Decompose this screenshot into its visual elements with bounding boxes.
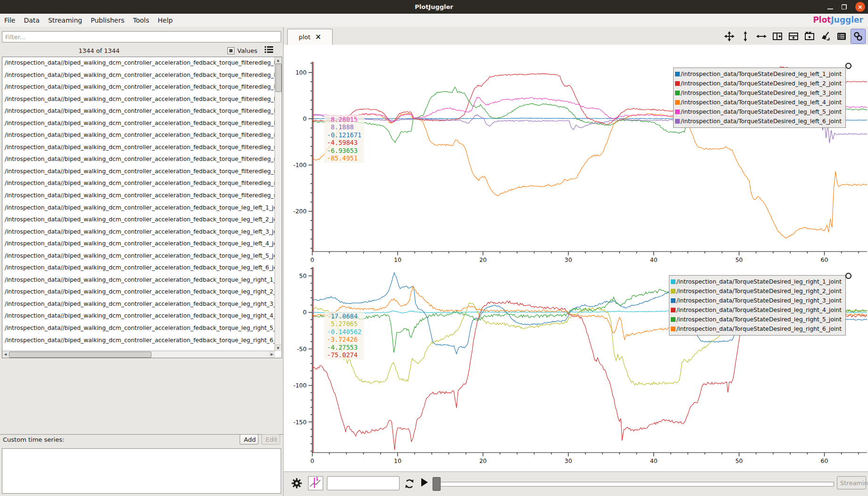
timeseries-item[interactable]: /introspection_data//biped_walking_dcm_c… bbox=[2, 238, 282, 250]
legend-label: /introspection_data/TorqueStateDesired_l… bbox=[676, 278, 842, 285]
svg-text:60: 60 bbox=[821, 457, 828, 464]
values-checkbox[interactable]: Values bbox=[227, 47, 257, 54]
add-column-icon[interactable] bbox=[770, 29, 785, 43]
time-slider-track[interactable] bbox=[434, 482, 834, 487]
legend-item[interactable]: /introspection_data/TorqueStateDesired_l… bbox=[671, 324, 842, 334]
refresh-icon[interactable] bbox=[403, 477, 416, 491]
timeseries-item[interactable]: /introspection_data//biped_walking_dcm_c… bbox=[2, 298, 282, 311]
add-tab-icon[interactable] bbox=[802, 29, 817, 43]
pan-zoom-icon[interactable] bbox=[722, 29, 736, 43]
legend-item[interactable]: /introspection_data/TorqueStateDesired_l… bbox=[671, 305, 842, 315]
settings-gear-icon[interactable] bbox=[290, 477, 303, 492]
timeseries-item[interactable]: /introspection_data//biped_walking_dcm_c… bbox=[2, 166, 282, 178]
scroll-up-icon[interactable]: ▲ bbox=[275, 57, 281, 64]
svg-text:0: 0 bbox=[303, 115, 307, 122]
clear-broom-icon[interactable] bbox=[818, 29, 833, 43]
tracker-values: 17.0684 5.27065-0.140562-3.72426-4.27553… bbox=[324, 311, 364, 360]
legend-item[interactable]: /introspection_data/TorqueStateDesired_l… bbox=[675, 117, 842, 126]
timeseries-item[interactable]: /introspection_data//biped_walking_dcm_c… bbox=[2, 190, 282, 202]
plot-legend: /introspection_data/TorqueStateDesired_l… bbox=[669, 275, 846, 336]
svg-text:-100: -100 bbox=[293, 161, 307, 168]
scroll-right-icon[interactable]: ▶ bbox=[269, 351, 275, 357]
tabbar: plot × bbox=[284, 27, 868, 45]
timeseries-item[interactable]: /introspection_data//biped_walking_dcm_c… bbox=[2, 310, 282, 322]
scroll-down-icon[interactable]: ▼ bbox=[275, 345, 281, 351]
legend-item[interactable]: /introspection_data/TorqueStateDesired_l… bbox=[671, 296, 842, 305]
timeseries-item[interactable]: /introspection_data//biped_walking_dcm_c… bbox=[2, 105, 282, 118]
horizontal-scrollbar[interactable]: ◀ ▶ bbox=[2, 351, 275, 358]
tab-plot[interactable]: plot × bbox=[287, 29, 333, 45]
plotjuggler-logo: PlotJuggler bbox=[813, 15, 863, 25]
sidebar: 1344 of 1344 Values /introspection_data/… bbox=[0, 27, 284, 496]
legend-label: /introspection_data/TorqueStateDesired_l… bbox=[681, 80, 842, 87]
timeseries-item[interactable]: /introspection_data//biped_walking_dcm_c… bbox=[2, 118, 282, 130]
legend-item[interactable]: /introspection_data/TorqueStateDesired_l… bbox=[671, 286, 842, 296]
timeseries-item[interactable]: /introspection_data//biped_walking_dcm_c… bbox=[2, 81, 282, 93]
tracker-value: -85.4951 bbox=[327, 154, 361, 162]
play-icon[interactable] bbox=[421, 478, 428, 487]
legend-item[interactable]: /introspection_data/TorqueStateDesired_l… bbox=[675, 107, 842, 117]
legend-item[interactable]: /introspection_data/TorqueStateDesired_l… bbox=[675, 69, 842, 79]
legend-anchor-dot[interactable] bbox=[845, 63, 851, 69]
plot-top: 1000-100-2000102030405060/introspection_… bbox=[284, 45, 868, 264]
legend-item[interactable]: /introspection_data/TorqueStateDesired_l… bbox=[671, 277, 842, 286]
vscroll-thumb[interactable] bbox=[275, 64, 282, 92]
timeseries-item[interactable]: /introspection_data//biped_walking_dcm_c… bbox=[2, 274, 282, 286]
timeseries-item[interactable]: /introspection_data//biped_walking_dcm_c… bbox=[2, 69, 282, 82]
vertical-scrollbar[interactable]: ▲ ▼ bbox=[275, 57, 282, 351]
legend-anchor-dot[interactable] bbox=[845, 273, 851, 279]
timeseries-item[interactable]: /introspection_data//biped_walking_dcm_c… bbox=[2, 93, 282, 106]
maximize-icon[interactable] bbox=[842, 4, 847, 9]
svg-text:20: 20 bbox=[479, 256, 487, 263]
timeseries-item[interactable]: /introspection_data//biped_walking_dcm_c… bbox=[2, 57, 282, 69]
legend-item[interactable]: /introspection_data/TorqueStateDesired_l… bbox=[675, 88, 842, 98]
timeseries-item[interactable]: /introspection_data//biped_walking_dcm_c… bbox=[2, 177, 282, 190]
timeseries-item[interactable]: /introspection_data//biped_walking_dcm_c… bbox=[2, 226, 282, 238]
menu-file[interactable]: File bbox=[0, 15, 19, 26]
zoom-vertical-icon[interactable] bbox=[738, 29, 752, 43]
timeseries-item[interactable]: /introspection_data//biped_walking_dcm_c… bbox=[2, 335, 282, 347]
legend-label: /introspection_data/TorqueStateDesired_l… bbox=[681, 109, 842, 115]
timeseries-item[interactable]: /introspection_data//biped_walking_dcm_c… bbox=[2, 322, 282, 335]
menu-data[interactable]: Data bbox=[19, 15, 43, 26]
timeseries-item[interactable]: /introspection_data//biped_walking_dcm_c… bbox=[2, 262, 282, 274]
timeseries-item[interactable]: /introspection_data//biped_walking_dcm_c… bbox=[2, 214, 282, 226]
menu-tools[interactable]: Tools bbox=[129, 15, 154, 26]
hscroll-thumb[interactable] bbox=[9, 352, 151, 358]
time-slider-handle[interactable] bbox=[433, 477, 441, 491]
view-options-icon[interactable] bbox=[264, 44, 274, 57]
menu-publishers[interactable]: Publishers bbox=[86, 15, 129, 26]
tracker-value: -6.93653 bbox=[327, 147, 361, 154]
legend-item[interactable]: /introspection_data/TorqueStateDesired_l… bbox=[675, 98, 842, 107]
legend-item[interactable]: /introspection_data/TorqueStateDesired_l… bbox=[671, 315, 842, 324]
timeseries-item[interactable]: /introspection_data//biped_walking_dcm_c… bbox=[2, 250, 282, 262]
svg-text:20: 20 bbox=[479, 457, 487, 464]
filter-input[interactable] bbox=[2, 31, 281, 42]
add-row-icon[interactable] bbox=[786, 29, 801, 43]
timeseries-item[interactable]: /introspection_data//biped_walking_dcm_c… bbox=[2, 286, 282, 298]
link-axes-icon[interactable] bbox=[851, 29, 866, 44]
tab-close-icon[interactable]: × bbox=[315, 34, 321, 41]
time-tracker-icon[interactable]: 1 bbox=[308, 476, 323, 490]
timeseries-list[interactable]: /introspection_data//biped_walking_dcm_c… bbox=[2, 57, 282, 358]
legend-color-swatch bbox=[671, 298, 676, 303]
timeseries-item[interactable]: /introspection_data//biped_walking_dcm_c… bbox=[2, 142, 282, 154]
minimize-icon[interactable] bbox=[827, 8, 833, 9]
zoom-horizontal-icon[interactable] bbox=[754, 29, 768, 43]
tracker-value: -3.72426 bbox=[327, 336, 361, 343]
timeseries-item[interactable]: /introspection_data//biped_walking_dcm_c… bbox=[2, 202, 282, 214]
timeseries-item[interactable]: /introspection_data//biped_walking_dcm_c… bbox=[2, 153, 282, 166]
legend-item[interactable]: /introspection_data/TorqueStateDesired_l… bbox=[675, 79, 842, 88]
menu-help[interactable]: Help bbox=[153, 15, 177, 26]
scroll-left-icon[interactable]: ◀ bbox=[2, 351, 8, 357]
close-icon[interactable]: × bbox=[855, 2, 865, 12]
menu-streaming[interactable]: Streaming bbox=[44, 15, 86, 26]
time-value-input[interactable] bbox=[327, 476, 400, 490]
tracker-value: 8.1888 bbox=[327, 123, 361, 131]
custom-series-list[interactable] bbox=[2, 448, 281, 494]
timeseries-item[interactable]: /introspection_data//biped_walking_dcm_c… bbox=[2, 129, 282, 142]
svg-text:40: 40 bbox=[650, 256, 658, 263]
legend-color-swatch bbox=[671, 327, 676, 331]
add-custom-series-button[interactable]: Add bbox=[240, 434, 259, 445]
legend-toggle-icon[interactable] bbox=[835, 29, 849, 43]
